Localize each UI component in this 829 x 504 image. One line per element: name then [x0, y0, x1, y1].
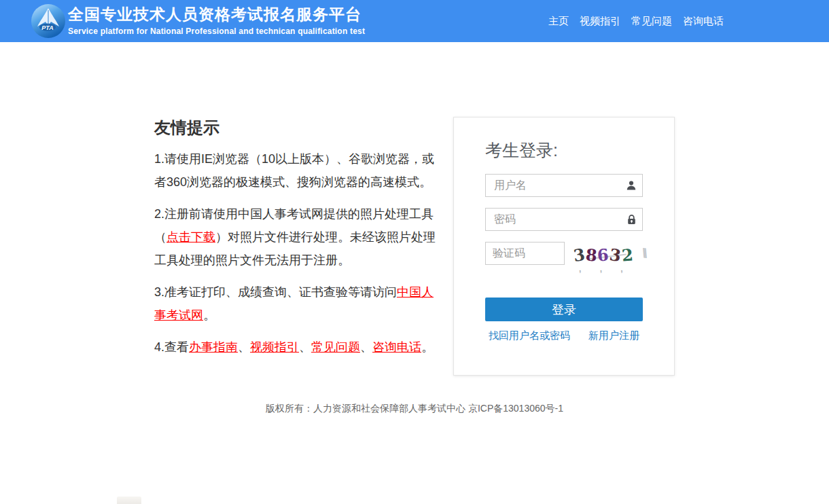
- service-guide-link[interactable]: 办事指南: [189, 340, 238, 354]
- forgot-credentials-link[interactable]: 找回用户名或密码: [489, 329, 570, 342]
- header-titles: 全国专业技术人员资格考试报名服务平台 Service platform for …: [68, 5, 365, 36]
- header: PTA 全国专业技术人员资格考试报名服务平台 Service platform …: [0, 0, 829, 42]
- lock-icon: [627, 214, 637, 225]
- login-title: 考生登录:: [485, 139, 643, 162]
- nav-hotline-link[interactable]: 咨询电话: [683, 15, 724, 28]
- tip-item-3: 3.准考证打印、成绩查询、证书查验等请访问中国人事考试网。: [154, 281, 444, 327]
- nav-video-guide-link[interactable]: 视频指引: [580, 15, 620, 28]
- captcha-tick-marks: , , ,: [579, 264, 631, 274]
- copyright-text: 版权所有：人力资源和社会保障部人事考试中心 京ICP备13013060号-1: [266, 403, 563, 414]
- main-content: 友情提示 1.请使用IE浏览器（10以上版本）、谷歌浏览器，或者360浏览器的极…: [154, 117, 675, 376]
- captcha-digit: 3: [572, 246, 586, 265]
- tip-3-text-after: 。: [203, 308, 215, 322]
- tip-4-separator: 、: [360, 340, 372, 354]
- nav-faq-link[interactable]: 常见问题: [631, 15, 672, 28]
- tip-3-text-before: 3.准考证打印、成绩查询、证书查验等请访问: [154, 285, 397, 299]
- captcha-field-wrapper: [485, 242, 565, 265]
- captcha-row: 3 8 6 3 2 \\ , , ,: [485, 242, 643, 272]
- pta-logo-icon[interactable]: PTA: [31, 3, 66, 39]
- captcha-image[interactable]: 3 8 6 3 2 \\ , , ,: [571, 243, 643, 272]
- password-input[interactable]: [485, 208, 643, 231]
- nav-home-link[interactable]: 主页: [548, 15, 569, 28]
- tip-item-2: 2.注册前请使用中国人事考试网提供的照片处理工具（点击下载）对照片文件进行处理。…: [154, 202, 444, 272]
- site-subtitle: Service platform for National Profession…: [68, 26, 365, 36]
- tips-heading: 友情提示: [154, 117, 444, 139]
- login-button[interactable]: 登录: [485, 298, 643, 321]
- cropped-toast-artifact: [117, 497, 141, 504]
- header-nav: 主页 视频指引 常见问题 咨询电话: [548, 0, 724, 42]
- faq-red-link[interactable]: 常见问题: [311, 340, 360, 354]
- hotline-red-link[interactable]: 咨询电话: [372, 340, 421, 354]
- tip-1-text: 1.请使用IE浏览器（10以上版本）、谷歌浏览器，或者360浏览器的极速模式、搜…: [154, 152, 434, 189]
- tip-4-separator: 、: [238, 340, 250, 354]
- username-field-wrapper: [485, 174, 643, 197]
- footer: 版权所有：人力资源和社会保障部人事考试中心 京ICP备13013060号-1: [0, 403, 829, 415]
- video-guide-red-link[interactable]: 视频指引: [250, 340, 299, 354]
- svg-text:PTA: PTA: [41, 24, 53, 31]
- tip-4-text-before: 4.查看: [154, 340, 189, 354]
- tip-4-separator: 、: [299, 340, 311, 354]
- username-input[interactable]: [485, 174, 643, 197]
- login-links-row: 找回用户名或密码 新用户注册: [485, 329, 643, 342]
- captcha-digit: 6: [597, 246, 610, 264]
- tip-item-4: 4.查看办事指南、视频指引、常见问题、咨询电话。: [154, 336, 444, 359]
- site-title: 全国专业技术人员资格考试报名服务平台: [68, 5, 365, 23]
- captcha-digit: 8: [585, 246, 598, 264]
- tip-item-1: 1.请使用IE浏览器（10以上版本）、谷歌浏览器，或者360浏览器的极速模式、搜…: [154, 147, 444, 194]
- tip-4-text-after: 。: [421, 340, 434, 354]
- pta-logo-globe-icon: PTA: [31, 3, 66, 39]
- candidate-login-panel: 考生登录: 3 8 6 3: [453, 117, 675, 376]
- captcha-digit: 3: [608, 246, 622, 265]
- photo-tool-download-link[interactable]: 点击下载: [166, 230, 215, 244]
- password-field-wrapper: [485, 208, 643, 231]
- captcha-digit: 2: [621, 246, 634, 264]
- new-user-register-link[interactable]: 新用户注册: [588, 329, 639, 342]
- captcha-noise-strokes: \\: [641, 246, 646, 261]
- friendly-tips-section: 友情提示 1.请使用IE浏览器（10以上版本）、谷歌浏览器，或者360浏览器的极…: [154, 117, 444, 367]
- user-icon: [626, 180, 637, 191]
- captcha-input[interactable]: [485, 242, 565, 265]
- captcha-digits: 3 8 6 3 2: [571, 243, 643, 264]
